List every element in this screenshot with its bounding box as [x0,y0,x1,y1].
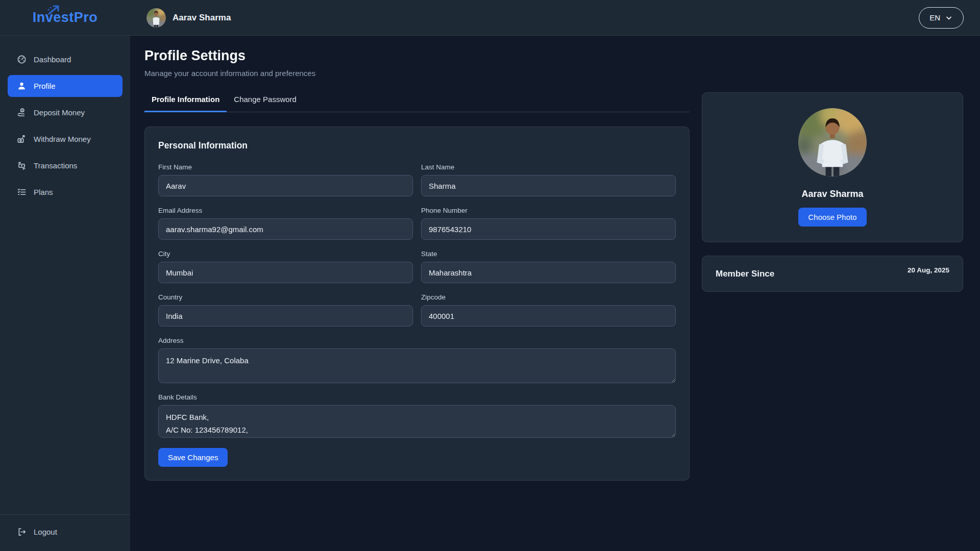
tab-bar: Profile Information Change Password [144,95,690,112]
first-name-input[interactable] [158,175,413,196]
topbar-user-name: Aarav Sharma [173,13,231,23]
personal-information-card: Personal Information First Name Last Nam… [144,127,690,481]
bank-details-textarea[interactable]: HDFC Bank, A/C No: 123456789012, IFSC: H… [158,405,676,438]
page-title: Profile Settings [144,48,690,64]
address-label: Address [158,337,676,344]
sidebar-item-label: Dashboard [34,55,71,64]
field-address: Address 12 Marine Drive, Colaba [158,337,676,383]
sidebar-item-plans[interactable]: Plans [8,181,122,203]
logo-arrow-icon [47,5,62,16]
first-name-label: First Name [158,163,413,171]
section-title: Personal Information [158,140,676,151]
sidebar-item-label: Transactions [34,161,77,170]
topbar: Aarav Sharma EN [130,0,980,36]
transactions-icon [17,161,27,170]
user-avatar [146,8,166,28]
sidebar-item-profile[interactable]: Profile [8,75,122,97]
bank-details-label: Bank Details [158,393,676,401]
plans-icon [17,187,27,197]
field-phone: Phone Number [421,207,676,240]
dashboard-icon [17,55,27,64]
zipcode-input[interactable] [421,305,676,327]
field-bank-details: Bank Details HDFC Bank, A/C No: 12345678… [158,393,676,438]
state-label: State [421,250,676,258]
field-email: Email Address [158,207,413,240]
sidebar-item-label: Deposit Money [34,108,85,117]
country-label: Country [158,293,413,301]
main-content: Profile Settings Manage your account inf… [130,36,980,551]
sidebar-item-withdraw[interactable]: Withdraw Money [8,128,122,150]
last-name-label: Last Name [421,163,676,171]
field-zipcode: Zipcode [421,293,676,327]
save-changes-button[interactable]: Save Changes [158,448,228,467]
sidebar-item-deposit[interactable]: Deposit Money [8,102,122,123]
language-selector[interactable]: EN [919,7,964,29]
logout-icon [17,527,27,537]
sidebar-item-label: Plans [34,188,53,196]
deposit-icon [17,108,27,117]
field-first-name: First Name [158,163,413,196]
topbar-user[interactable]: Aarav Sharma [146,8,231,28]
sidebar: InvestPro Dashboard Pro [0,0,130,551]
tab-change-password[interactable]: Change Password [227,95,304,112]
brand-logo: InvestPro [0,0,130,36]
profile-photo-card: Aarav Sharma Choose Photo [702,92,963,242]
sidebar-item-dashboard[interactable]: Dashboard [8,48,122,70]
zipcode-label: Zipcode [421,293,676,301]
logout-section: Logout [0,514,130,551]
city-input[interactable] [158,262,413,283]
member-since-value: 20 Aug, 2025 [908,266,949,274]
phone-label: Phone Number [421,207,676,214]
logout-label: Logout [34,528,57,536]
profile-photo [798,108,867,177]
field-city: City [158,250,413,283]
email-label: Email Address [158,207,413,214]
logout-button[interactable]: Logout [8,521,66,543]
sidebar-item-label: Withdraw Money [34,135,91,143]
member-since-card: Member Since 20 Aug, 2025 [702,256,963,292]
language-label: EN [929,13,940,22]
withdraw-icon [17,134,27,144]
sidebar-item-transactions[interactable]: Transactions [8,155,122,177]
page-subtitle: Manage your account information and pref… [144,69,690,78]
field-country: Country [158,293,413,327]
profile-card-name: Aarav Sharma [715,189,950,199]
choose-photo-button[interactable]: Choose Photo [798,208,866,227]
member-since-label: Member Since [716,269,774,279]
field-last-name: Last Name [421,163,676,196]
email-input[interactable] [158,218,413,240]
address-textarea[interactable]: 12 Marine Drive, Colaba [158,348,676,383]
chevron-down-icon [945,14,953,22]
phone-input[interactable] [421,218,676,240]
state-input[interactable] [421,262,676,283]
last-name-input[interactable] [421,175,676,196]
city-label: City [158,250,413,258]
brand-name: InvestPro [33,10,98,26]
tab-profile-information[interactable]: Profile Information [144,95,227,112]
country-input[interactable] [158,305,413,327]
sidebar-menu: Dashboard Profile Deposit Money [0,36,130,203]
user-icon [17,81,27,91]
field-state: State [421,250,676,283]
sidebar-item-label: Profile [34,82,56,90]
